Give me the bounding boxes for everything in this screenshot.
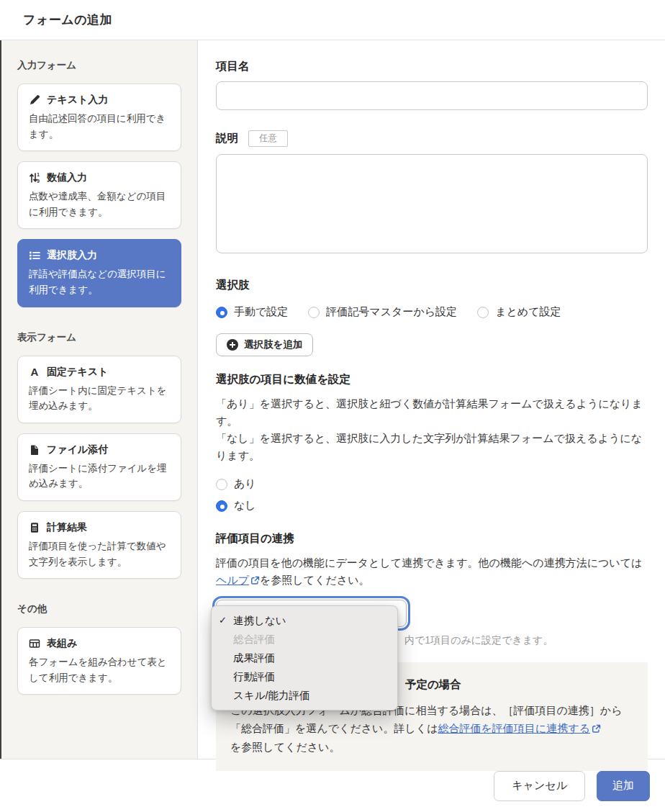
- form-type-description: 評価シート内に固定テキストを埋め込みます。: [29, 383, 170, 414]
- dialog-header: フォームの追加: [0, 0, 665, 40]
- linkage-helper-text: 内で1項目のみに設定できます。: [404, 634, 648, 647]
- radio-button[interactable]: [477, 307, 489, 318]
- section-heading-input-forms: 入力フォーム: [17, 59, 181, 72]
- form-type-card-calculation-result[interactable]: 計算結果 評価項目を使った計算で数値や文字列を表示します。: [17, 511, 181, 579]
- form-settings-panel: 項目名 説明 任意 選択肢 手動で設定 評価記号マスターから設定 まとめて設定: [198, 40, 665, 759]
- form-type-title: ファイル添付: [47, 443, 108, 456]
- overall-evaluation-link[interactable]: 総合評価を評価項目に連携する: [438, 722, 590, 734]
- menu-item-performance-evaluation[interactable]: 成果評価: [212, 649, 397, 667]
- description-label: 説明: [216, 131, 238, 146]
- section-heading-other: その他: [17, 603, 181, 615]
- item-name-input[interactable]: [216, 81, 648, 110]
- form-type-card-table[interactable]: 表組み 各フォームを組み合わせて表として利用できます。: [17, 627, 181, 695]
- form-type-title: 計算結果: [47, 521, 87, 534]
- form-type-title: 数値入力: [47, 171, 87, 184]
- file-icon: [29, 444, 40, 456]
- external-link-icon: [592, 721, 601, 739]
- form-type-card-fixed-text[interactable]: A 固定テキスト 評価シート内に固定テキストを埋め込みます。: [17, 356, 181, 423]
- radio-button-checked[interactable]: [216, 500, 227, 512]
- numeric-sort-icon: 1 9: [29, 172, 40, 184]
- item-name-label: 項目名: [216, 59, 648, 74]
- radio-with-numeric[interactable]: あり: [216, 477, 648, 491]
- form-type-title: 選択肢入力: [47, 249, 97, 262]
- form-type-title: 固定テキスト: [47, 366, 108, 379]
- form-type-description: 自由記述回答の項目に利用できます。: [29, 111, 170, 142]
- radio-manual-setting[interactable]: 手動で設定: [216, 305, 288, 319]
- form-type-description: 評語や評価点などの選択項目に利用できます。: [29, 266, 170, 297]
- svg-text:9: 9: [37, 179, 40, 184]
- menu-item-overall-evaluation: 総合評価: [212, 630, 397, 649]
- radio-button[interactable]: [216, 479, 227, 490]
- form-type-title: 表組み: [47, 637, 77, 650]
- list-icon: [29, 250, 40, 261]
- info-box-heading: 予定の場合: [405, 677, 633, 693]
- form-type-card-text-input[interactable]: テキスト入力 自由記述回答の項目に利用できます。: [17, 84, 181, 151]
- numeric-setting-description: 「あり」を選択すると、選択肢と紐づく数値が計算結果フォームで扱えるようになります…: [216, 395, 648, 464]
- pencil-icon: [29, 94, 40, 106]
- form-type-description: 点数や達成率、金額などの項目に利用できます。: [29, 189, 170, 220]
- numeric-setting-radio-group: あり なし: [216, 477, 648, 513]
- add-choice-button[interactable]: 選択肢を追加: [216, 333, 313, 356]
- linkage-dropdown-menu: ✓ 連携しない 総合評価 成果評価 行動評価 スキル/能力評価: [211, 605, 398, 710]
- form-type-card-choice-input-selected[interactable]: 選択肢入力 評語や評価点などの選択項目に利用できます。: [17, 239, 181, 307]
- form-type-description: 評価シートに添付ファイルを埋め込みます。: [29, 461, 170, 492]
- radio-master-setting[interactable]: 評価記号マスターから設定: [308, 305, 457, 319]
- form-type-card-file-attachment[interactable]: ファイル添付 評価シートに添付ファイルを埋め込みます。: [17, 433, 181, 501]
- radio-without-numeric[interactable]: なし: [216, 499, 648, 513]
- plus-circle-icon: [227, 339, 238, 351]
- optional-badge: 任意: [248, 130, 288, 147]
- form-type-description: 各フォームを組み合わせて表として利用できます。: [29, 654, 170, 685]
- description-textarea[interactable]: [216, 154, 648, 253]
- svg-text:1: 1: [37, 173, 40, 178]
- form-type-description: 評価項目を使った計算で数値や文字列を表示します。: [29, 538, 170, 569]
- table-icon: [29, 638, 40, 649]
- dialog-body: 入力フォーム テキスト入力 自由記述回答の項目に利用できます。 1 9: [0, 40, 665, 759]
- external-link-icon: [250, 573, 260, 590]
- form-type-sidebar: 入力フォーム テキスト入力 自由記述回答の項目に利用できます。 1 9: [1, 40, 198, 759]
- choices-label: 選択肢: [216, 278, 648, 293]
- form-type-title: テキスト入力: [47, 94, 108, 107]
- calculator-icon: [29, 522, 40, 533]
- checkmark-icon: ✓: [219, 611, 227, 630]
- form-type-card-numeric-input[interactable]: 1 9 数値入力 点数や達成率、金額などの項目に利用できます。: [17, 161, 181, 229]
- radio-button[interactable]: [308, 307, 320, 318]
- letter-a-icon: A: [29, 366, 40, 378]
- add-button[interactable]: 追加: [597, 771, 650, 801]
- choices-radio-group: 手動で設定 評価記号マスターから設定 まとめて設定: [216, 305, 648, 319]
- menu-item-behavior-evaluation[interactable]: 行動評価: [212, 667, 397, 686]
- cancel-button[interactable]: キャンセル: [494, 771, 585, 801]
- linkage-description: 評価の項目を他の機能にデータとして連携できます。他の機能への連携方法についてはヘ…: [216, 554, 648, 590]
- linkage-label: 評価項目の連携: [216, 531, 648, 546]
- radio-button-checked[interactable]: [216, 307, 227, 318]
- numeric-setting-label: 選択肢の項目に数値を設定: [216, 372, 648, 387]
- help-link[interactable]: ヘルプ: [216, 574, 249, 586]
- menu-item-skill-evaluation[interactable]: スキル/能力評価: [212, 686, 397, 705]
- dialog-title: フォームの追加: [23, 12, 112, 28]
- section-heading-display-forms: 表示フォーム: [17, 331, 181, 344]
- menu-item-no-linkage[interactable]: ✓ 連携しない: [212, 611, 397, 630]
- radio-bulk-setting[interactable]: まとめて設定: [477, 305, 561, 319]
